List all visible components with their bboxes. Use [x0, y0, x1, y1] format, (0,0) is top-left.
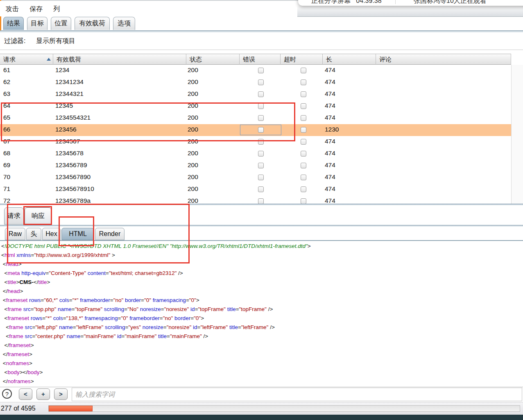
cell-request: 69 [3, 161, 10, 169]
error-checkbox[interactable] [258, 79, 264, 85]
progress-count: 277 of 4595 [1, 405, 36, 412]
filter-bar[interactable]: 过滤器: 显示所有项目 [0, 32, 523, 50]
cell-status: 200 [188, 197, 198, 204]
bottom-strip [0, 415, 523, 420]
cell-status: 200 [188, 185, 198, 193]
cell-payload: 1234567890 [55, 173, 91, 181]
error-checkbox[interactable] [258, 91, 264, 97]
cell-length: 474 [325, 197, 335, 204]
cell-request: 71 [3, 185, 10, 193]
search-input[interactable]: 输入搜索字词 [72, 388, 522, 401]
error-checkbox[interactable] [258, 163, 264, 168]
column-header-有效载荷[interactable]: 有效载荷 [53, 54, 186, 65]
column-header-状态[interactable]: 状态 [186, 54, 240, 65]
cell-status: 200 [188, 66, 198, 74]
table-row-68[interactable]: 6812345678200474 [0, 148, 511, 160]
column-header-超时[interactable]: 超时 [281, 54, 323, 65]
cell-request: 62 [3, 78, 10, 86]
cell-request: 72 [3, 197, 10, 204]
code-line-9: <frameset rows="*" cols="138,*" framespa… [1, 314, 523, 323]
timeout-checkbox[interactable] [301, 198, 306, 204]
cell-request: 61 [3, 66, 10, 74]
code-line-11: <frame src="center.php" name="mainFrame"… [1, 332, 523, 341]
column-header-评论[interactable]: 评论 [376, 54, 511, 65]
filter-label: 过滤器: [4, 37, 25, 45]
vertical-scrollbar[interactable] [511, 65, 523, 204]
timeout-checkbox[interactable] [301, 186, 306, 192]
cell-length: 474 [325, 66, 335, 74]
code-line-14: <noframes> [1, 359, 523, 368]
table-row-71[interactable]: 7112345678910200474 [0, 184, 511, 195]
code-line-4: <meta http-equiv="Content-Type" content=… [1, 269, 523, 278]
annotation-rect-rows-64-67 [1, 102, 295, 141]
code-line-6: </head> [1, 287, 523, 296]
code-line-12: </frameset> [1, 341, 523, 350]
code-line-10: <frame src="left.php" name="leftFrame" s… [1, 323, 523, 332]
code-line-7: <frameset rows="60,*" cols="*" framebord… [1, 296, 523, 305]
nav-button-add[interactable]: + [36, 388, 50, 400]
menu-item-0[interactable]: 攻击 [6, 5, 19, 14]
timeout-checkbox[interactable] [301, 103, 306, 109]
sort-ascending-icon [47, 58, 51, 61]
cell-length: 474 [325, 185, 335, 193]
timeout-checkbox[interactable] [301, 139, 306, 145]
cell-length: 474 [325, 173, 335, 181]
timeout-checkbox[interactable] [301, 163, 306, 168]
cell-payload: 1234 [55, 66, 69, 74]
cell-request: 63 [3, 90, 10, 98]
timeout-checkbox[interactable] [301, 79, 306, 85]
cell-length: 474 [325, 161, 335, 169]
column-header-错误[interactable]: 错误 [240, 54, 281, 65]
annotation-rect-response-tab [23, 206, 52, 225]
timeout-checkbox[interactable] [301, 127, 306, 133]
code-line-8: <frame src="top.php" name="topFrame" scr… [1, 305, 523, 314]
menu-item-1[interactable]: 保存 [29, 5, 43, 14]
table-row-69[interactable]: 69123456789200474 [0, 160, 511, 172]
screen-share-overlay: 正在分享屏幕 04:39:38 张国标鸿等10人正在观看 [298, 0, 523, 6]
cell-status: 200 [188, 161, 198, 169]
table-row-63[interactable]: 6312344321200474 [0, 89, 511, 100]
error-checkbox[interactable] [258, 151, 264, 157]
status-bar: 277 of 4595 [0, 402, 523, 415]
cell-status: 200 [188, 173, 198, 181]
main-tab-bar: 结果目标位置有效载荷选项 [0, 17, 523, 30]
tab-目标[interactable]: 目标 [27, 17, 48, 30]
cell-payload: 12345678 [55, 150, 84, 157]
table-row-62[interactable]: 6212341234200474 [0, 77, 511, 89]
code-line-13: </frameset> [1, 350, 523, 359]
table-row-72[interactable]: 72123456789a200474 [0, 195, 511, 204]
results-table-header: 请求有效载荷状态错误超时长评论 [0, 54, 511, 65]
timeout-checkbox[interactable] [301, 175, 306, 180]
timeout-checkbox[interactable] [301, 151, 306, 157]
screen-share-viewers: 张国标鸿等10人正在观看 [414, 0, 487, 5]
timeout-checkbox[interactable] [301, 68, 306, 73]
overlay-divider [395, 0, 396, 4]
menu-item-2[interactable]: 列 [53, 5, 60, 14]
timeout-checkbox[interactable] [301, 115, 306, 121]
tab-位置[interactable]: 位置 [51, 17, 71, 30]
cell-status: 200 [188, 90, 198, 98]
code-line-16: </noframes> [1, 377, 523, 386]
timeout-checkbox[interactable] [301, 91, 306, 97]
tab-结果[interactable]: 结果 [3, 17, 24, 30]
cell-length: 474 [325, 150, 335, 157]
table-row-70[interactable]: 701234567890200474 [0, 172, 511, 184]
help-icon[interactable]: ? [2, 389, 12, 399]
error-checkbox[interactable] [258, 68, 264, 73]
column-header-长[interactable]: 长 [323, 54, 376, 65]
code-line-5: <title>CMS-</title> [1, 278, 523, 287]
error-checkbox[interactable] [258, 175, 264, 180]
error-checkbox[interactable] [258, 198, 264, 204]
cell-payload: 12345678910 [55, 185, 94, 193]
tab-选项[interactable]: 选项 [113, 17, 135, 30]
nav-button-prev[interactable]: < [19, 388, 32, 400]
table-row-61[interactable]: 611234200474 [0, 65, 511, 77]
nav-button-next[interactable]: > [54, 388, 68, 400]
cell-length: 474 [325, 114, 335, 121]
error-checkbox[interactable] [258, 186, 264, 192]
progress-fill [49, 406, 93, 411]
tab-有效载荷[interactable]: 有效载荷 [75, 17, 110, 30]
column-header-请求[interactable]: 请求 [0, 54, 53, 65]
cell-length: 474 [325, 78, 335, 86]
cell-payload: 12344321 [55, 90, 84, 98]
